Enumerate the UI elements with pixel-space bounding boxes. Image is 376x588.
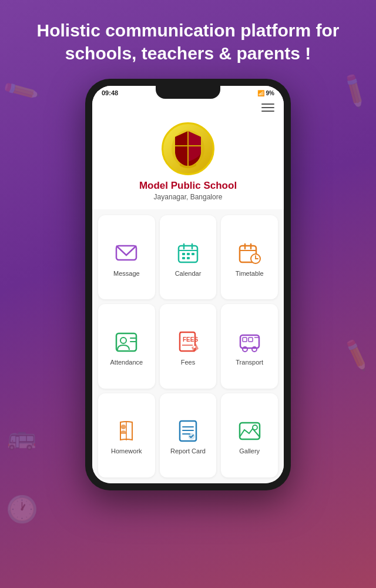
deco-car: 🚌 bbox=[7, 423, 36, 451]
deco-clock: 🕐 bbox=[6, 494, 38, 524]
fees-label: Fees bbox=[181, 359, 195, 366]
svg-point-27 bbox=[193, 346, 196, 348]
menu-item-transport[interactable]: Transport bbox=[221, 304, 278, 388]
svg-rect-8 bbox=[182, 253, 185, 255]
deco-pencil-topright: ✏️ bbox=[334, 71, 375, 111]
svg-point-35 bbox=[121, 425, 126, 429]
school-logo bbox=[162, 122, 214, 175]
top-nav bbox=[92, 99, 284, 116]
menu-item-message[interactable]: Message bbox=[98, 215, 155, 299]
message-label: Message bbox=[113, 270, 140, 277]
header-title: Holistic communication platform for scho… bbox=[0, 0, 376, 76]
menu-item-calendar[interactable]: Calendar bbox=[160, 215, 217, 299]
svg-rect-29 bbox=[243, 338, 247, 342]
message-icon bbox=[113, 240, 139, 266]
svg-text:FEES: FEES bbox=[183, 336, 198, 343]
reportcard-label: Report Card bbox=[170, 447, 206, 455]
status-time: 09:48 bbox=[102, 89, 118, 96]
menu-item-homework[interactable]: Homework bbox=[98, 393, 155, 477]
school-info: Model Public School Jayanagar, Bangalore bbox=[92, 116, 284, 209]
gallery-icon bbox=[237, 418, 263, 444]
hamburger-line-3 bbox=[261, 111, 274, 112]
attendance-label: Attendance bbox=[110, 359, 143, 366]
svg-rect-11 bbox=[182, 257, 185, 259]
menu-item-timetable[interactable]: Timetable bbox=[221, 215, 278, 299]
status-battery: 9% bbox=[266, 90, 274, 96]
menu-item-gallery[interactable]: Gallery bbox=[221, 393, 278, 477]
school-location: Jayanagar, Bangalore bbox=[154, 193, 223, 201]
hamburger-line-2 bbox=[261, 107, 274, 108]
deco-pencil-topleft: ✏️ bbox=[1, 71, 42, 111]
status-wifi-icon: 📶 bbox=[257, 90, 264, 96]
phone-mockup: 09:48 📶 9% bbox=[85, 79, 291, 490]
menu-item-fees[interactable]: FEES Fees bbox=[160, 304, 217, 388]
reportcard-icon bbox=[175, 418, 201, 444]
hamburger-menu[interactable] bbox=[261, 103, 274, 112]
svg-rect-10 bbox=[192, 253, 194, 255]
svg-rect-9 bbox=[187, 253, 190, 255]
homework-icon bbox=[113, 418, 139, 444]
transport-icon bbox=[237, 329, 263, 355]
homework-label: Homework bbox=[111, 447, 142, 455]
fees-icon: FEES bbox=[175, 329, 201, 355]
svg-point-42 bbox=[253, 425, 257, 430]
menu-item-attendance[interactable]: Attendance bbox=[98, 304, 155, 388]
transport-label: Transport bbox=[236, 359, 263, 366]
menu-item-reportcard[interactable]: Report Card bbox=[160, 393, 217, 477]
attendance-icon bbox=[113, 329, 139, 355]
timetable-icon bbox=[237, 240, 263, 266]
calendar-icon bbox=[175, 240, 201, 266]
deco-pencil-right: ✏️ bbox=[338, 337, 375, 373]
hamburger-line-1 bbox=[261, 103, 274, 105]
phone-notch bbox=[156, 86, 220, 99]
timetable-label: Timetable bbox=[236, 270, 264, 277]
svg-rect-30 bbox=[249, 338, 253, 342]
menu-grid: Message bbox=[92, 209, 284, 483]
svg-point-21 bbox=[120, 338, 126, 343]
svg-rect-12 bbox=[187, 257, 190, 259]
gallery-label: Gallery bbox=[239, 447, 260, 455]
school-name: Model Public School bbox=[139, 180, 237, 192]
calendar-label: Calendar bbox=[175, 270, 202, 277]
